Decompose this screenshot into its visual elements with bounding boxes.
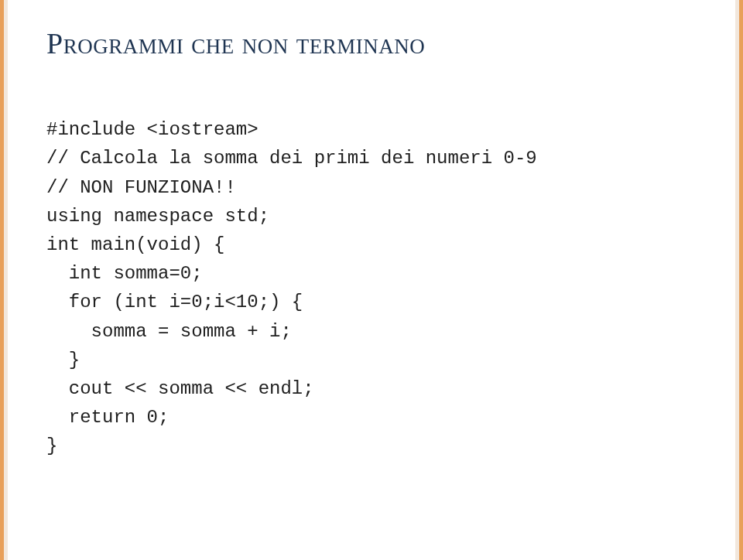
decorative-stripe-right (735, 0, 743, 560)
code-line: int somma=0; (46, 263, 203, 284)
code-line: cout << somma << endl; (46, 378, 314, 399)
code-line: #include <iostream> (46, 119, 259, 140)
code-line: } (46, 350, 80, 370)
code-line: int main(void) { (46, 234, 224, 255)
code-line: somma = somma + i; (46, 321, 292, 342)
code-line: } (46, 435, 57, 456)
code-line: return 0; (46, 407, 169, 428)
code-line: // Calcola la somma dei primi dei numeri… (46, 148, 537, 169)
code-block: #include <iostream> // Calcola la somma … (46, 87, 697, 490)
code-line: using namespace std; (46, 206, 269, 227)
code-line: // NON FUNZIONA!! (46, 177, 236, 198)
decorative-stripe-left (0, 0, 8, 560)
slide-page: Programmi che non terminano #include <io… (0, 0, 743, 560)
slide-title: Programmi che non terminano (46, 26, 697, 60)
slide-content: Programmi che non terminano #include <io… (46, 26, 697, 490)
code-line: for (int i=0;i<10;) { (46, 292, 303, 312)
